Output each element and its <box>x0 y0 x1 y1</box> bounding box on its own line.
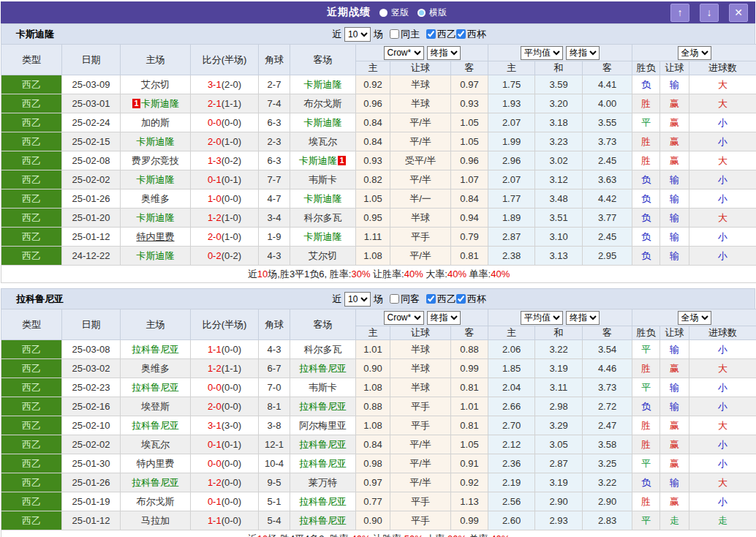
result-label: 胜 <box>641 496 651 507</box>
result-label: 大 <box>718 98 727 109</box>
halftime-score: (3-0) <box>222 420 241 431</box>
table-row: 西乙25-03-09艾尔切3-1(2-0)2-7卡斯迪隆0.92半球0.971.… <box>1 75 756 94</box>
fulltime-score: 1-2 <box>208 477 222 488</box>
score: 1-3(0-2) <box>191 151 259 170</box>
result-goals: 小 <box>689 378 756 397</box>
away-odds: 0.93 <box>451 94 488 113</box>
summary-part: 10 <box>257 533 268 537</box>
avg-home: 2.70 <box>488 416 535 435</box>
away-team: 拉科鲁尼亚 <box>290 435 356 454</box>
sub-header-8: 进球数 <box>689 61 756 75</box>
home-odds: 0.82 <box>356 170 390 189</box>
result-label: 输 <box>670 193 679 204</box>
same-venue-checkbox[interactable] <box>390 29 399 39</box>
team-label: 加的斯 <box>141 117 170 128</box>
result-winlose: 胜 <box>632 416 660 435</box>
corner-score: 9-5 <box>259 473 290 492</box>
result-handicap: 赢 <box>660 435 689 454</box>
home-team: 奥维多 <box>121 359 191 378</box>
result-label: 胜 <box>641 363 651 374</box>
team-label: 奥维多 <box>141 363 170 374</box>
league-checkbox[interactable] <box>426 29 436 39</box>
team-label: 艾尔切 <box>309 250 337 261</box>
league-label: 西乙 <box>22 193 41 204</box>
league-label: 西乙 <box>22 136 41 147</box>
avg-away: 2.47 <box>583 416 632 435</box>
home-team: 卡斯迪隆 <box>121 170 191 189</box>
table-row: 西乙25-01-26奥维多1-0(0-0)4-7卡斯迪隆1.05半/一0.841… <box>1 189 756 209</box>
result-label: 赢 <box>670 98 679 109</box>
cup-checkbox[interactable] <box>456 29 466 39</box>
summary-part: 大率: <box>423 268 447 279</box>
layout-horizontal-radio[interactable]: 横版 <box>417 7 447 19</box>
odds-company-select[interactable]: Crow* <box>384 311 424 325</box>
home-team: 马拉加 <box>121 511 191 530</box>
home-odds: 0.90 <box>356 359 390 378</box>
handicap: 半球 <box>390 359 451 378</box>
average-select[interactable]: 平均值 <box>521 46 563 60</box>
close-button[interactable]: ✕ <box>729 4 748 22</box>
table-row: 西乙25-03-08拉科鲁尼亚1-1(0-0)4-3科尔多瓦1.01半球0.88… <box>1 340 756 359</box>
halftime-score: (0-0) <box>222 193 241 204</box>
home-odds: 1.01 <box>356 340 390 359</box>
score: 1-0(0-0) <box>191 189 259 209</box>
odds-company-select[interactable]: Crow* <box>384 46 424 60</box>
recent-count-select[interactable]: 10 <box>344 27 371 42</box>
cup-checkbox[interactable] <box>456 294 466 304</box>
average-time-select[interactable]: 终指 <box>566 46 600 60</box>
result-goals: 大 <box>689 416 756 435</box>
avg-away: 2.83 <box>583 511 632 530</box>
result-handicap: 输 <box>660 473 689 492</box>
result-label: 赢 <box>670 117 679 128</box>
average-time-select[interactable]: 终指 <box>566 311 600 325</box>
scope-select[interactable]: 全场 <box>678 311 711 325</box>
table-row: 西乙25-02-16埃登斯2-0(0-0)8-1拉科鲁尼亚0.88平手1.012… <box>1 397 756 416</box>
move-down-button[interactable]: ↓ <box>700 4 719 22</box>
result-goals: 大 <box>689 151 756 170</box>
scope-select[interactable]: 全场 <box>678 46 711 60</box>
league-badge: 西乙 <box>1 340 62 359</box>
move-up-button[interactable]: ↑ <box>670 4 689 22</box>
recent-count-select[interactable]: 10 <box>344 292 371 307</box>
layout-vertical-radio[interactable]: 竖版 <box>379 7 409 19</box>
sub-header-3: 主 <box>488 326 535 340</box>
result-handicap: 输 <box>660 75 689 94</box>
away-odds: 0.91 <box>451 454 488 473</box>
away-odds: 0.81 <box>451 247 488 266</box>
match-date: 25-02-23 <box>62 378 121 397</box>
result-label: 胜 <box>641 98 651 109</box>
summary-part: 让胜率: <box>370 533 404 537</box>
home-team: 拉科鲁尼亚 <box>121 416 191 435</box>
avg-home: 2.56 <box>488 492 535 511</box>
away-odds: 0.99 <box>451 359 488 378</box>
odds-time-select[interactable]: 终指 <box>427 46 461 60</box>
average-select[interactable]: 平均值 <box>521 311 563 325</box>
result-label: 大 <box>718 79 727 90</box>
scope-group: 全场 <box>632 309 756 326</box>
corner-score: 4-3 <box>259 247 290 266</box>
avg-home: 1.89 <box>488 209 535 228</box>
team-label: 布尔戈斯 <box>137 496 175 507</box>
fulltime-score: 3-1 <box>208 79 222 90</box>
halftime-score: (1-0) <box>222 212 241 223</box>
result-label: 负 <box>641 401 651 412</box>
avg-draw: 3.19 <box>535 359 583 378</box>
col-header-4: 角球 <box>259 45 290 75</box>
league-checkbox[interactable] <box>426 294 436 304</box>
halftime-score: (0-0) <box>222 117 241 128</box>
team-label: 艾尔切 <box>141 79 170 90</box>
match-date: 25-01-26 <box>62 473 121 492</box>
same-venue-checkbox[interactable] <box>390 294 399 304</box>
league-label: 西乙 <box>22 382 41 393</box>
result-goals: 小 <box>689 189 756 209</box>
avg-draw: 3.12 <box>535 170 583 189</box>
team-label: 拉科鲁尼亚 <box>132 344 179 355</box>
fulltime-score: 2-0 <box>208 231 222 242</box>
result-goals: 大 <box>689 473 756 492</box>
avg-away: 3.22 <box>583 473 632 492</box>
result-handicap: 赢 <box>660 151 689 170</box>
halftime-score: (0-0) <box>222 477 241 488</box>
odds-time-select[interactable]: 终指 <box>427 311 461 325</box>
handicap: 半球 <box>390 94 451 113</box>
result-label: 小 <box>718 231 727 242</box>
